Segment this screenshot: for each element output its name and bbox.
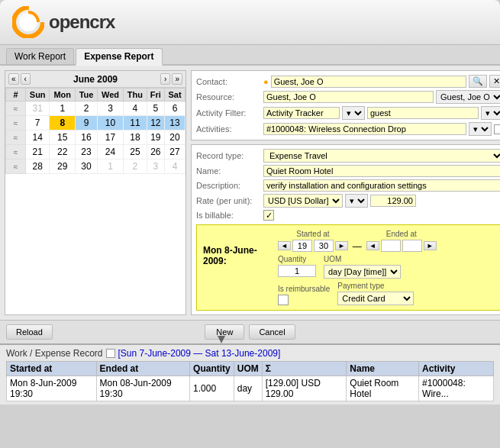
cal-day[interactable]: 18 xyxy=(124,131,147,145)
week-num: ≈ xyxy=(6,160,26,174)
activities-check[interactable] xyxy=(494,124,500,134)
cal-day[interactable]: 19 xyxy=(147,131,164,145)
cal-day[interactable]: 27 xyxy=(164,145,185,160)
date-section: Mon 8-June-2009: Started at ◄ xyxy=(196,224,500,311)
ended-min[interactable] xyxy=(402,240,422,252)
uom-select[interactable]: day [Day [time]] xyxy=(324,265,401,279)
cal-day-7[interactable]: 7 xyxy=(26,116,50,131)
cal-next-next-btn[interactable]: » xyxy=(172,73,182,85)
header: opencrx xyxy=(0,0,500,45)
bottom-table: Started at Ended at Quantity UOM Σ Name … xyxy=(6,361,494,401)
week-num: ≈ xyxy=(6,131,26,145)
contact-clear-btn[interactable]: ✕ xyxy=(489,75,500,88)
record-section: Record type: Expense Travel Name: Descri… xyxy=(191,144,500,315)
cal-day-10[interactable]: 10 xyxy=(97,116,123,131)
cal-next-btn[interactable]: › xyxy=(160,73,170,85)
activities-select[interactable]: ▾ xyxy=(469,122,492,136)
billable-checkbox[interactable]: ✓ xyxy=(263,210,274,221)
col-uom: UOM xyxy=(234,362,262,376)
activity-filter-extra[interactable] xyxy=(367,107,479,119)
right-panel: Contact: ● 🔍 ✕ Resource: Guest, Joe O xyxy=(191,70,500,315)
activity-filter-select[interactable]: ▾ xyxy=(342,106,365,120)
col-sat: Sat xyxy=(164,89,185,102)
cal-day[interactable]: 31 xyxy=(26,102,50,116)
name-input[interactable] xyxy=(263,165,500,177)
rate-currency-select[interactable]: USD [US Dollar] xyxy=(263,194,343,208)
started-hour[interactable] xyxy=(292,240,312,252)
cal-day[interactable]: 2 xyxy=(124,160,147,174)
contact-search-btn[interactable]: 🔍 xyxy=(469,75,487,88)
calendar-month: June 2009 xyxy=(73,74,118,85)
activity-filter-extra-select[interactable]: ▾ xyxy=(481,106,500,120)
cal-day[interactable]: 20 xyxy=(164,131,185,145)
cal-day-11[interactable]: 11 xyxy=(124,116,147,131)
quantity-input[interactable] xyxy=(278,265,316,277)
cal-day[interactable]: 16 xyxy=(76,131,98,145)
path-check[interactable] xyxy=(106,349,115,358)
cal-day-9[interactable]: 9 xyxy=(76,116,98,131)
started-prev-btn[interactable]: ◄ xyxy=(278,241,291,250)
cal-day[interactable]: 4 xyxy=(164,160,185,174)
week-num: ≈ xyxy=(6,145,26,160)
cal-day[interactable]: 5 xyxy=(147,102,164,116)
cal-day[interactable]: 17 xyxy=(97,131,123,145)
cal-day[interactable]: 29 xyxy=(50,160,76,174)
cal-day[interactable]: 2 xyxy=(76,102,98,116)
ended-label: Ended at xyxy=(386,230,417,238)
cell-uom: day xyxy=(234,376,262,401)
started-next-btn[interactable]: ► xyxy=(335,241,348,250)
reimbursable-checkbox[interactable] xyxy=(278,295,289,305)
description-input[interactable] xyxy=(263,179,500,192)
cal-day[interactable]: 23 xyxy=(76,145,98,160)
cal-day[interactable]: 15 xyxy=(50,131,76,145)
cal-day[interactable]: 28 xyxy=(26,160,50,174)
cal-day[interactable]: 25 xyxy=(124,145,147,160)
cal-day[interactable]: 6 xyxy=(164,102,185,116)
cal-day[interactable]: 1 xyxy=(97,160,123,174)
col-wed: Wed xyxy=(97,89,123,102)
calendar-grid: # Sun Mon Tue Wed Thu Fri Sat ≈ 31 1 2 xyxy=(5,88,185,174)
cal-prev-btn[interactable]: ‹ xyxy=(21,73,31,85)
cal-day[interactable]: 3 xyxy=(97,102,123,116)
rate-value-input[interactable] xyxy=(370,195,416,207)
cal-day-8-selected[interactable]: 8 xyxy=(50,116,76,131)
cal-day[interactable]: 14 xyxy=(26,131,50,145)
ended-prev-btn[interactable]: ◄ xyxy=(366,241,379,250)
ended-next-btn[interactable]: ► xyxy=(424,241,437,250)
cal-week-3: ≈ 14 15 16 17 18 19 20 xyxy=(6,131,185,145)
reload-button[interactable]: Reload xyxy=(6,324,53,340)
uom-col: UOM day [Day [time]] xyxy=(324,255,401,279)
cal-day[interactable]: 24 xyxy=(97,145,123,160)
payment-type-select[interactable]: Credit Card xyxy=(337,292,414,305)
resource-row: Resource: Guest, Joe O xyxy=(196,90,500,104)
cal-day[interactable]: 22 xyxy=(50,145,76,160)
cal-day[interactable]: 26 xyxy=(147,145,164,160)
main-content: « ‹ June 2009 › » # Sun Mon Tue Wed Thu … xyxy=(0,66,500,320)
cal-day[interactable]: 4 xyxy=(124,102,147,116)
path-date-range: [Sun 7-June-2009 — Sat 13-June-2009] xyxy=(118,348,281,359)
activity-filter-input[interactable] xyxy=(263,107,340,119)
tab-expense-report[interactable]: Expense Report xyxy=(76,48,162,66)
tab-work-report[interactable]: Work Report xyxy=(6,48,74,64)
resource-select[interactable]: Guest, Joe O xyxy=(436,90,500,104)
cal-prev-prev-btn[interactable]: « xyxy=(8,73,19,85)
activities-input[interactable] xyxy=(263,123,466,135)
contact-input[interactable] xyxy=(271,76,466,88)
cal-day[interactable]: 30 xyxy=(76,160,98,174)
cal-week-5: ≈ 28 29 30 1 2 3 4 xyxy=(6,160,185,174)
rate-currency-select2[interactable]: ▾ xyxy=(345,194,368,208)
time-dash: — xyxy=(353,241,362,252)
col-sun: Sun xyxy=(26,89,50,102)
cal-day[interactable]: 3 xyxy=(147,160,164,174)
resource-input[interactable] xyxy=(263,91,434,103)
cell-ended: Mon 08-Jun-2009 19:30 xyxy=(96,376,190,401)
record-type-select[interactable]: Expense Travel xyxy=(263,149,500,163)
cancel-button[interactable]: Cancel xyxy=(249,324,295,340)
cal-day-12[interactable]: 12 xyxy=(147,116,164,131)
started-min[interactable] xyxy=(314,240,334,252)
date-fields: Started at ◄ ► — Ended at xyxy=(278,230,497,305)
ended-hour[interactable] xyxy=(381,240,401,252)
cal-day-13[interactable]: 13 xyxy=(164,116,185,131)
cal-day[interactable]: 1 xyxy=(50,102,76,116)
cal-day[interactable]: 21 xyxy=(26,145,50,160)
